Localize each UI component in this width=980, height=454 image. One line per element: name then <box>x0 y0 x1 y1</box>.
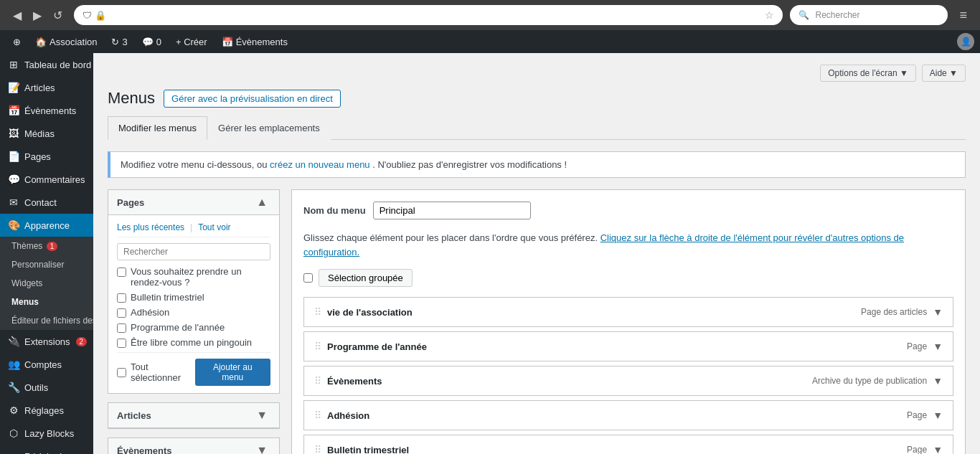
menu-name-input[interactable] <box>373 202 531 219</box>
create-label: + Créer <box>176 37 207 47</box>
sidebar-label-tableau: Tableau de bord <box>24 60 91 70</box>
menu-item-type-bulletin: Page <box>907 445 927 454</box>
menu-item-left-vie: ⠿ vie de l'association <box>314 306 413 318</box>
tabs-row: Modifier les menus Gérer les emplacement… <box>108 116 966 140</box>
sidebar-label-pages: Pages <box>24 151 51 162</box>
wp-logo-item[interactable]: ⊕ <box>6 30 28 53</box>
apparence-submenu: Thèmes 1 Personnaliser Widgets Menus Édi… <box>0 237 93 330</box>
sidebar-label-medias: Médias <box>24 128 55 139</box>
sidebar-item-outils[interactable]: 🔧 Outils <box>0 376 93 399</box>
tab-separator: | <box>190 222 192 232</box>
menu-item-vie-association[interactable]: ⠿ vie de l'association Page des articles… <box>303 297 953 327</box>
tab-modifier-label: Modifier les menus <box>118 123 197 133</box>
pages-collapse-button[interactable]: ▲ <box>253 196 270 209</box>
apparence-icon: 🎨 <box>7 219 20 231</box>
menu-item-expand-bulletin[interactable]: ▼ <box>933 444 943 454</box>
tab-modifier[interactable]: Modifier les menus <box>108 116 207 140</box>
checkbox-bulletin[interactable] <box>117 293 126 303</box>
screen-options-button[interactable]: Options de l'écran ▼ <box>820 65 916 82</box>
sidebar-item-themes[interactable]: Thèmes 1 <box>0 237 93 255</box>
tab-gerer[interactable]: Gérer les emplacements <box>207 116 331 140</box>
comments-item[interactable]: 💬 0 <box>135 30 169 53</box>
address-bar[interactable]: 🛡 🔒 ☆ <box>74 5 783 25</box>
address-icons: 🛡 🔒 <box>83 10 106 21</box>
sidebar-item-contact[interactable]: ✉ Contact <box>0 191 93 214</box>
checkbox-item-adhesion: Adhésion <box>117 307 270 318</box>
sidebar-label-commentaires: Commentaires <box>24 174 85 185</box>
group-select-checkbox[interactable] <box>303 273 313 283</box>
group-select-button[interactable]: Sélection groupée <box>319 269 413 287</box>
menu-item-expand-adhesion[interactable]: ▼ <box>933 410 943 421</box>
forward-button[interactable]: ▶ <box>29 6 46 25</box>
create-menu-link[interactable]: créez un nouveau menu <box>270 159 372 170</box>
tab-tout-voir[interactable]: Tout voir <box>198 222 230 232</box>
site-name-item[interactable]: 🏠 Association <box>28 30 104 53</box>
menu-item-expand-evenements[interactable]: ▼ <box>933 375 943 387</box>
sidebar-item-pages[interactable]: 📄 Pages <box>0 145 93 168</box>
checkbox-rdv[interactable] <box>117 268 126 277</box>
sidebar-item-medias[interactable]: 🖼 Médias <box>0 122 93 145</box>
checkbox-item-bulletin: Bulletin trimestriel <box>117 292 270 303</box>
evenements-collapse-button[interactable]: ▼ <box>253 444 270 454</box>
preview-button[interactable]: Gérer avec la prévisualisation en direct <box>164 90 341 108</box>
sidebar-item-reduire[interactable]: « Réduire le menu <box>0 445 93 454</box>
sidebar-item-personnaliser[interactable]: Personnaliser <box>0 255 93 274</box>
sidebar-item-apparence[interactable]: 🎨 Apparence <box>0 214 93 237</box>
browser-menu-button[interactable]: ≡ <box>955 5 971 26</box>
sidebar-item-menus[interactable]: Menus <box>0 293 93 311</box>
create-item[interactable]: + Créer <box>169 30 215 53</box>
articles-collapse-button[interactable]: ▼ <box>253 409 270 422</box>
browser-search[interactable]: 🔍 Rechercher <box>790 5 948 25</box>
sidebar-item-evenements[interactable]: 📅 Évènements <box>0 99 93 122</box>
menu-item-expand-programme[interactable]: ▼ <box>933 341 943 352</box>
checkbox-programme[interactable] <box>117 323 126 333</box>
menu-item-right-vie: Page des articles ▼ <box>861 306 943 318</box>
sidebar-item-widgets[interactable]: Widgets <box>0 274 93 293</box>
sidebar-item-lazy-blocks[interactable]: ⬡ Lazy Blocks <box>0 422 93 445</box>
notice-link-text: créez un nouveau menu <box>270 159 369 170</box>
menu-item-left-programme: ⠿ Programme de l'année <box>314 341 427 352</box>
back-button[interactable]: ◀ <box>9 6 26 25</box>
events-item[interactable]: 📅 Évènements <box>215 30 295 53</box>
evenements-panel-header: Évènements ▼ <box>108 438 279 454</box>
refresh-button[interactable]: ↺ <box>49 6 67 25</box>
browser-nav-buttons: ◀ ▶ ↺ <box>9 6 67 25</box>
sidebar-item-commentaires[interactable]: 💬 Commentaires <box>0 168 93 191</box>
menu-item-expand-vie[interactable]: ▼ <box>933 306 943 318</box>
updates-item[interactable]: ↻ 3 <box>104 30 134 53</box>
menu-item-programme[interactable]: ⠿ Programme de l'année Page ▼ <box>303 331 953 361</box>
sidebar-item-reglages[interactable]: ⚙ Réglages <box>0 399 93 422</box>
menu-item-bulletin[interactable]: ⠿ Bulletin trimestriel Page ▼ <box>303 435 953 454</box>
page-title-row: Menus Gérer avec la prévisualisation en … <box>108 89 966 108</box>
sidebar-label-contact: Contact <box>24 197 57 208</box>
pages-panel-tabs: Les plus récentes | Tout voir <box>117 222 270 237</box>
add-to-menu-button[interactable]: Ajouter au menu <box>195 359 270 386</box>
label-adhesion: Adhésion <box>131 307 169 318</box>
sidebar-item-tableau-de-bord[interactable]: ⊞ Tableau de bord <box>0 53 93 76</box>
lazy-blocks-icon: ⬡ <box>7 427 20 439</box>
checkbox-item-programme: Programme de l'année <box>117 322 270 333</box>
menu-hint: Glissez chaque élément pour les placer d… <box>303 231 953 259</box>
select-all-checkbox[interactable] <box>117 368 126 377</box>
star-icon[interactable]: ☆ <box>765 9 774 21</box>
home-icon: 🏠 <box>35 37 47 47</box>
sidebar-item-comptes[interactable]: 👥 Comptes <box>0 353 93 376</box>
checkbox-adhesion[interactable] <box>117 308 126 318</box>
tab-les-plus-recentes[interactable]: Les plus récentes <box>117 222 184 232</box>
aide-button[interactable]: Aide ▼ <box>922 65 966 82</box>
outils-icon: 🔧 <box>7 382 20 393</box>
user-avatar[interactable]: 👤 <box>957 33 974 50</box>
articles-panel-header: Articles ▼ <box>108 403 279 428</box>
pages-search-input[interactable] <box>117 243 270 260</box>
sidebar-item-articles[interactable]: 📝 Articles <box>0 76 93 99</box>
menu-item-evenements[interactable]: ⠿ Évènements Archive du type de publicat… <box>303 366 953 396</box>
checkbox-pingouin[interactable] <box>117 339 126 348</box>
sidebar-item-extensions[interactable]: 🔌 Extensions 2 <box>0 330 93 353</box>
search-placeholder: Rechercher <box>815 10 859 20</box>
menu-item-adhesion[interactable]: ⠿ Adhésion Page ▼ <box>303 400 953 430</box>
select-all-text: Tout sélectionner <box>131 361 195 383</box>
sidebar-item-editeur[interactable]: Éditeur de fichiers des thèmes <box>0 311 93 330</box>
menu-item-right-evenements: Archive du type de publication ▼ <box>812 375 943 387</box>
evenements-icon: 📅 <box>7 105 20 116</box>
browser-chrome: ◀ ▶ ↺ 🛡 🔒 ☆ 🔍 Rechercher ≡ <box>0 0 980 30</box>
